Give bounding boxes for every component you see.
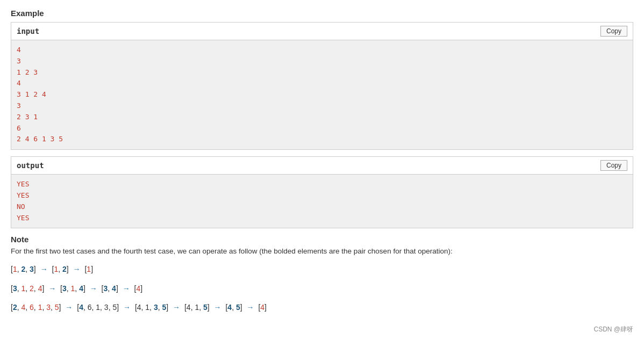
input-copy-button[interactable]: Copy <box>600 26 627 37</box>
output-header: output Copy <box>11 157 633 175</box>
note-text: For the first two test cases and the fou… <box>11 247 633 255</box>
output-label: output <box>17 161 44 170</box>
input-block: input Copy 4 3 1 2 3 4 3 1 2 4 3 2 3 1 6… <box>11 22 633 150</box>
math-line-1: [1, 2, 3] → [1, 2] → [1] <box>11 263 633 276</box>
input-header: input Copy <box>11 23 633 40</box>
math-line-3: [2, 4, 6, 1, 3, 5] → [4, 6, 1, 3, 5] → [… <box>11 301 633 314</box>
output-block: output Copy YES YES NO YES <box>11 156 633 228</box>
watermark: CSDN @肆呀 <box>11 325 633 334</box>
input-content: 4 3 1 2 3 4 3 1 2 4 3 2 3 1 6 2 4 6 1 3 … <box>11 40 633 149</box>
note-section: Note For the first two test cases and th… <box>11 235 633 314</box>
input-label: input <box>17 27 39 35</box>
example-title: Example <box>11 9 633 18</box>
output-copy-button[interactable]: Copy <box>600 160 627 171</box>
example-section: Example input Copy 4 3 1 2 3 4 3 1 2 4 3… <box>11 9 633 228</box>
output-content: YES YES NO YES <box>11 175 633 228</box>
math-line-2: [3, 1, 2, 4] → [3, 1, 4] → [3, 4] → [4] <box>11 282 633 295</box>
note-title: Note <box>11 235 633 244</box>
